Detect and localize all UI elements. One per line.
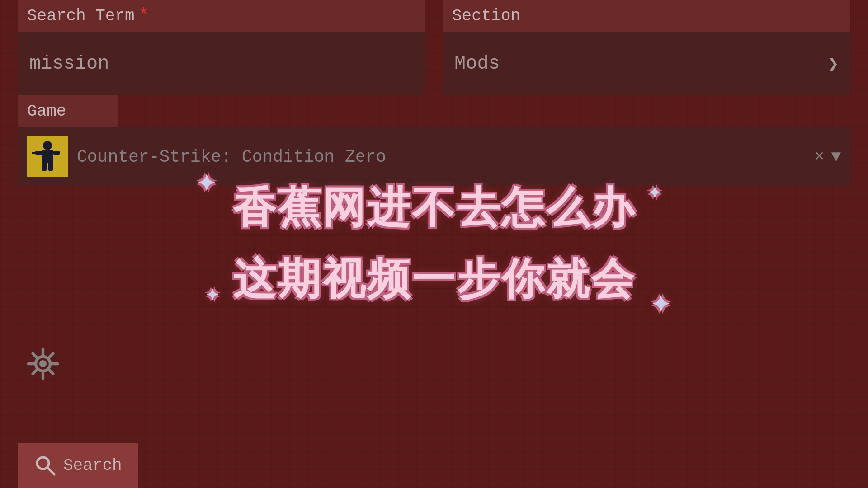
svg-point-0	[43, 141, 52, 150]
svg-rect-3	[32, 152, 38, 154]
game-input-row: Counter-Strike: Condition Zero × ▼	[18, 127, 850, 186]
clear-game-button[interactable]: ×	[815, 148, 825, 166]
game-label-text: Game	[27, 102, 66, 121]
cs-character-icon	[32, 141, 63, 173]
search-button[interactable]: Search	[18, 443, 138, 488]
form-container: Search Term * Section Mods ❯	[18, 0, 850, 95]
overlay-container: ✦ 香蕉网进不去怎么办 ✦ ✦ 这期视频一步你就会 ✦	[233, 179, 636, 309]
form-top-row: Search Term * Section Mods ❯	[18, 0, 850, 95]
svg-line-13	[49, 370, 53, 374]
game-actions: × ▼	[815, 148, 841, 166]
section-group: Section Mods ❯	[443, 0, 850, 95]
game-dropdown-button[interactable]: ▼	[831, 148, 841, 166]
gear-icon-section[interactable]	[25, 346, 61, 384]
section-dropdown[interactable]: Mods ❯	[443, 32, 850, 95]
svg-rect-4	[53, 151, 60, 155]
search-button-label: Search	[63, 456, 122, 475]
search-input[interactable]	[18, 32, 425, 95]
section-dropdown-value: Mods	[454, 53, 500, 75]
svg-point-16	[39, 360, 47, 367]
overlay-line2: ✦ 这期视频一步你就会 ✦	[233, 251, 636, 309]
game-label: Game	[18, 95, 118, 127]
svg-rect-6	[48, 162, 53, 171]
sparkle-icon-2: ✦	[648, 184, 663, 202]
overlay-line1: ✦ 香蕉网进不去怎么办 ✦	[233, 179, 636, 237]
svg-line-14	[49, 354, 53, 358]
section-label-text: Section	[452, 7, 520, 25]
search-button-icon	[34, 454, 57, 477]
section-label: Section	[443, 0, 850, 32]
svg-line-12	[33, 354, 37, 358]
game-name-text: Counter-Strike: Condition Zero	[77, 147, 815, 167]
svg-rect-5	[42, 162, 47, 171]
search-button-section: Search	[18, 443, 138, 488]
search-term-group: Search Term *	[18, 0, 425, 95]
sparkle-icon-3: ✦	[206, 286, 221, 304]
settings-icon[interactable]	[25, 346, 61, 382]
overlay-text-line1: 香蕉网进不去怎么办	[233, 183, 636, 231]
required-star: *	[138, 6, 149, 26]
chevron-down-icon: ❯	[828, 53, 839, 75]
overlay-text-line2: 这期视频一步你就会	[233, 255, 636, 303]
game-icon	[27, 136, 68, 177]
sparkle-icon-4: ✦	[651, 291, 672, 318]
svg-line-15	[33, 370, 37, 374]
game-section: Game Counter-Strike: Condition Ze	[18, 95, 850, 186]
search-term-label: Search Term *	[18, 0, 425, 32]
svg-line-18	[47, 468, 54, 474]
search-term-label-text: Search Term	[27, 7, 135, 25]
